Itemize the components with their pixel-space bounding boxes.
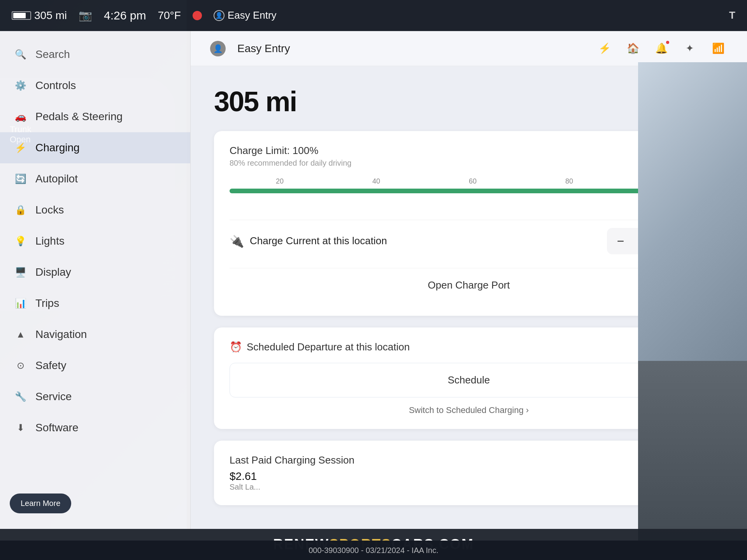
profile-icons: ⚡ 🏠 🔔 ✦ 📶 [595,39,728,58]
service-icon: 🔧 [14,390,28,404]
slider-track [230,189,708,193]
learn-more-button[interactable]: Learn More [10,494,71,513]
sidebar-item-label-display: Display [35,266,71,278]
sidebar-item-navigation[interactable]: ▲ Navigation [0,319,190,350]
sidebar-item-label-pedals: Pedals & Steering [35,110,123,123]
slider-ticks: 20 40 60 80 [230,177,708,186]
lock-icon: 🔒 [14,203,28,217]
status-temp: 70°F [158,9,181,22]
sidebar-item-display[interactable]: 🖥️ Display [0,257,190,288]
sidebar-item-label-safety: Safety [35,359,66,372]
record-indicator [193,11,202,20]
sidebar-item-label-controls: Controls [35,79,76,92]
search-item[interactable]: 🔍 Search [0,39,190,70]
status-bar: 305 mi 📷 4:26 pm 70°F 👤 Easy Entry T [0,0,747,31]
sidebar-item-safety[interactable]: ⊙ Safety [0,350,190,381]
charge-limit-slider[interactable]: 20 40 60 80 Daily Trip [230,177,708,208]
display-icon: 🖥️ [14,265,28,279]
profile-bar: 👤 Easy Entry ⚡ 🏠 🔔 ✦ 📶 [191,31,747,66]
sidebar-item-trips[interactable]: 📊 Trips [0,288,190,319]
sidebar-item-software[interactable]: ⬇ Software [0,412,190,443]
sidebar-item-service[interactable]: 🔧 Service [0,381,190,412]
safety-icon: ⊙ [14,359,28,373]
last-paid-amount: $2.61 [230,470,708,483]
pedals-icon: 🚗 [14,110,28,124]
scheduled-departure-title: ⏰ Scheduled Departure at this location [230,341,708,353]
sidebar-item-lights[interactable]: 💡 Lights [0,226,190,257]
charge-current-row: 🔌 Charge Current at this location − 48 A… [230,220,708,262]
autopilot-icon: 🔄 [14,172,28,186]
sidebar-item-autopilot[interactable]: 🔄 Autopilot [0,163,190,194]
search-icon: 🔍 [14,47,28,61]
switch-charging-link[interactable]: Switch to Scheduled Charging › [230,405,708,415]
last-paid-detail: Salt La... [230,483,708,492]
bluetooth-icon-btn[interactable]: ✦ [680,39,699,58]
charge-limit-sublabel: 80% recommended for daily driving [230,159,708,168]
right-camera-panel [638,62,747,560]
sidebar-item-label-locks: Locks [35,204,64,216]
status-user[interactable]: 👤 Easy Entry [214,9,277,21]
profile-name: Easy Entry [237,42,584,55]
last-paid-title: Last Paid Charging Session [230,454,708,466]
sidebar-item-controls[interactable]: ⚙️ Controls [0,70,190,101]
controls-icon: ⚙️ [14,79,28,93]
camera-icon[interactable]: 📷 [79,9,92,22]
charge-limit-label: Charge Limit: 100% [230,145,708,157]
charge-current-label-group: 🔌 Charge Current at this location [230,234,387,248]
open-charge-port-button[interactable]: Open Charge Port [230,268,708,302]
status-range: 305 mi [12,9,67,22]
sidebar-item-label-lights: Lights [35,235,65,247]
camera-feed-top [638,62,747,361]
profile-avatar: 👤 [210,41,226,56]
clock-icon: ⏰ [230,341,242,353]
sidebar-item-label-service: Service [35,390,72,403]
plug-icon: 🔌 [230,234,244,248]
status-time: 4:26 pm [104,9,146,22]
sidebar-item-label-autopilot: Autopilot [35,173,78,185]
sidebar-item-locks[interactable]: 🔒 Locks [0,194,190,226]
tesla-logo: T [729,9,735,21]
sidebar-item-label-charging: Charging [35,142,80,154]
sidebar-item-label-navigation: Navigation [35,328,87,341]
software-icon: ⬇ [14,421,28,435]
battery-indicator [12,11,31,20]
sidebar-item-label-software: Software [35,422,79,434]
footer-info: 000-39030900 - 03/21/2024 - IAA Inc. [0,541,747,560]
lights-icon: 💡 [14,234,28,248]
schedule-button[interactable]: Schedule [230,363,708,397]
charge-current-text: Charge Current at this location [250,234,387,248]
trips-icon: 📊 [14,296,28,310]
battery-fill [13,13,26,18]
sidebar-item-label-trips: Trips [35,297,59,310]
decrement-button[interactable]: − [609,229,632,253]
search-label: Search [35,48,70,61]
signal-icon-btn[interactable]: 📶 [709,39,728,58]
bell-icon-btn[interactable]: 🔔 [652,39,671,58]
slider-fill [230,189,684,193]
sidebar: 🔍 Search ⚙️ Controls 🚗 Pedals & Steering… [0,31,191,560]
slider-daily-trip: Daily Trip [230,199,708,208]
footer-text: 000-39030900 - 03/21/2024 - IAA Inc. [309,546,438,555]
trunk-status: Trunk Open [10,124,31,145]
bolt-icon-btn[interactable]: ⚡ [595,39,614,58]
home-icon-btn[interactable]: 🏠 [624,39,642,58]
user-avatar-icon: 👤 [214,10,224,21]
main-container: 🔍 Search ⚙️ Controls 🚗 Pedals & Steering… [0,31,747,560]
navigation-icon: ▲ [14,327,28,341]
